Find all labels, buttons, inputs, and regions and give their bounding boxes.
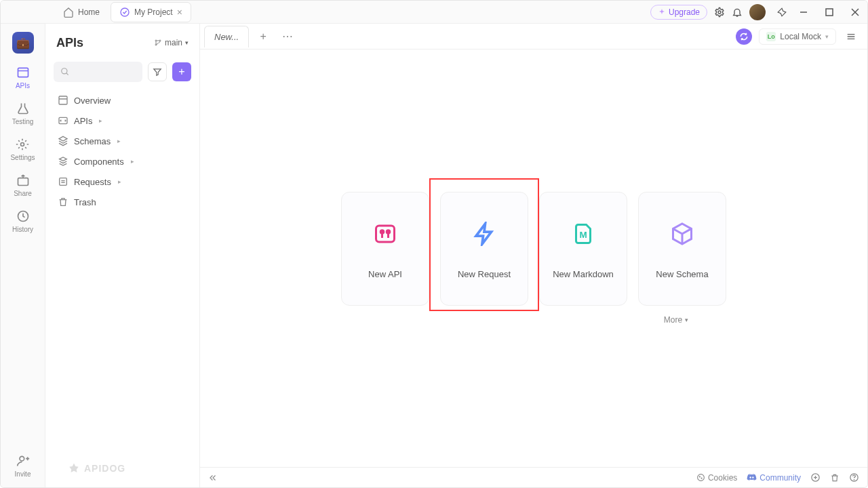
footer-help-button[interactable] (849, 472, 859, 483)
chevron-down-icon: ▾ (185, 39, 189, 46)
help-icon (849, 472, 859, 483)
svg-point-11 (20, 456, 24, 461)
card-new-api[interactable]: New API (341, 192, 429, 306)
new-api-icon (373, 222, 397, 246)
environment-selector[interactable]: Lo Local Mock ▾ (759, 28, 836, 45)
tree-label: Components (74, 157, 124, 167)
cookies-label: Cookies (708, 473, 737, 483)
settings-icon (16, 138, 29, 151)
svg-point-33 (699, 476, 700, 477)
tab-home-label: Home (78, 7, 100, 17)
sync-button[interactable] (736, 28, 752, 45)
upgrade-button[interactable]: Upgrade (650, 5, 707, 20)
card-label: New Request (458, 269, 511, 279)
testing-icon (16, 102, 30, 115)
menu-icon (846, 31, 856, 42)
env-badge: Lo (766, 32, 776, 41)
expand-icon: ▸ (117, 138, 121, 144)
bell-icon[interactable] (732, 7, 743, 18)
svg-point-1 (718, 11, 721, 14)
double-chevron-left-icon (208, 473, 218, 483)
tree-schemas[interactable]: Schemas ▸ (51, 131, 194, 151)
close-button[interactable] (846, 3, 865, 22)
rail-invite[interactable]: Invite (15, 454, 31, 478)
add-button[interactable]: + (172, 62, 191, 81)
svg-point-15 (62, 68, 67, 74)
maximize-button[interactable] (820, 3, 839, 22)
svg-rect-6 (18, 68, 28, 77)
footer-trash-button[interactable] (830, 473, 840, 483)
schemas-icon (58, 136, 68, 146)
tab-more-button[interactable]: ⋯ (277, 26, 298, 47)
rail-apis[interactable]: APIs (16, 66, 30, 89)
tab-home[interactable]: Home (55, 3, 108, 22)
rail-testing[interactable]: Testing (12, 102, 34, 125)
history-icon (16, 209, 30, 223)
cookies-link[interactable]: Cookies (696, 473, 737, 483)
tree-trash[interactable]: Trash (51, 192, 194, 212)
card-label: New Markdown (553, 269, 614, 279)
tab-project[interactable]: My Project × (111, 2, 191, 22)
tree-requests[interactable]: Requests ▸ (51, 171, 194, 192)
content-tab-new[interactable]: New... (204, 26, 249, 47)
chevron-down-icon: ▾ (685, 317, 688, 323)
plus-circle-icon (810, 472, 821, 483)
svg-rect-20 (60, 178, 67, 186)
rail-settings[interactable]: Settings (10, 138, 35, 161)
minimize-button[interactable] (794, 3, 813, 22)
search-icon (60, 67, 70, 77)
requests-icon (58, 176, 68, 187)
upgrade-label: Upgrade (669, 7, 700, 17)
tree-components[interactable]: Components ▸ (51, 151, 194, 171)
cookie-icon (696, 473, 705, 482)
filter-button[interactable] (148, 62, 167, 81)
left-rail: 💼 APIs Testing Settings Share History In… (1, 24, 45, 487)
rail-testing-label: Testing (12, 118, 34, 125)
rail-settings-label: Settings (10, 154, 35, 161)
community-link[interactable]: Community (747, 472, 801, 483)
tree-label: Overview (74, 96, 111, 106)
expand-icon: ▸ (131, 158, 134, 165)
tree-apis[interactable]: APIs ▸ (51, 110, 194, 131)
svg-rect-9 (18, 178, 28, 186)
content-tab-label: New... (214, 32, 239, 42)
pin-icon[interactable] (776, 7, 787, 18)
new-markdown-icon: M (571, 222, 595, 246)
trash-icon (830, 473, 840, 483)
card-new-schema[interactable]: New Schema (638, 192, 726, 306)
gear-icon[interactable] (714, 7, 725, 18)
search-input[interactable] (54, 62, 142, 82)
rail-share[interactable]: Share (14, 174, 32, 197)
svg-point-0 (121, 8, 129, 16)
apis-folder-icon (58, 115, 68, 126)
trash-icon (58, 197, 68, 207)
branch-selector[interactable]: main ▾ (154, 38, 189, 47)
sync-icon (739, 32, 749, 41)
project-badge[interactable]: 💼 (12, 32, 34, 54)
collapse-button[interactable] (208, 473, 218, 483)
hamburger-button[interactable] (843, 28, 859, 45)
sparkle-icon (658, 8, 666, 16)
tab-add-button[interactable]: + (253, 26, 273, 47)
tree-overview[interactable]: Overview (51, 90, 194, 110)
footer-add-button[interactable] (810, 472, 821, 483)
discord-icon (747, 472, 757, 483)
svg-point-32 (698, 474, 705, 481)
logo-icon (68, 462, 80, 474)
filter-icon (153, 67, 162, 77)
rail-history[interactable]: History (12, 209, 33, 233)
rail-invite-label: Invite (15, 470, 31, 478)
components-icon (58, 156, 68, 167)
new-request-icon (472, 222, 496, 246)
expand-icon: ▸ (99, 117, 102, 124)
tab-close-icon[interactable]: × (177, 7, 182, 18)
more-link[interactable]: More ▾ (664, 315, 688, 325)
tree-label: Trash (74, 197, 96, 207)
card-new-request[interactable]: New Request (440, 192, 528, 306)
svg-point-34 (701, 478, 702, 479)
card-new-markdown[interactable]: M New Markdown (539, 192, 627, 306)
sidebar-title: APIs (56, 36, 83, 50)
svg-point-8 (21, 143, 24, 146)
chevron-down-icon: ▾ (825, 33, 829, 40)
avatar[interactable] (749, 4, 766, 20)
